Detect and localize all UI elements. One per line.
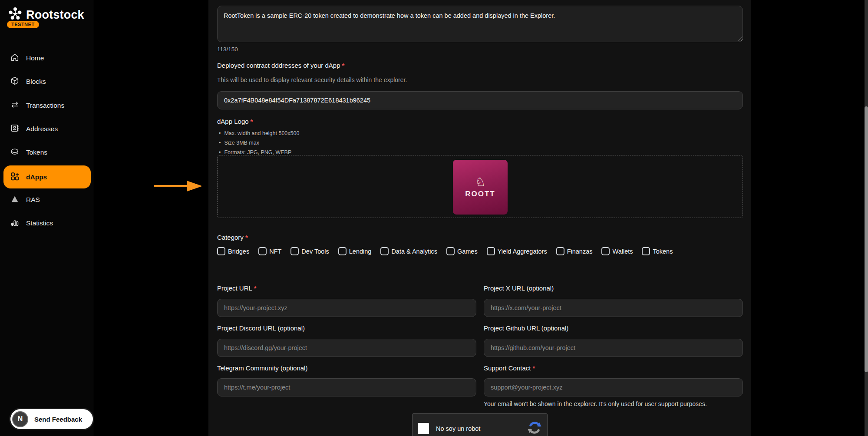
- sidebar-item-label: dApps: [26, 173, 47, 181]
- category-checkbox-group: Bridges NFT Dev Tools Lending Data & Ana…: [217, 247, 673, 255]
- project-discord-url-input[interactable]: [217, 339, 476, 357]
- scrollbar-track[interactable]: [865, 0, 868, 436]
- checkbox-label: Yield Aggregators: [498, 248, 547, 255]
- sidebar-item-ras[interactable]: RAS: [0, 193, 94, 206]
- checkbox[interactable]: [380, 247, 389, 255]
- contract-address-input[interactable]: [217, 91, 743, 109]
- sidebar-item-tokens[interactable]: Tokens: [0, 146, 94, 159]
- sidebar: Rootstock TESTNET Home Blocks Transactio…: [0, 0, 94, 436]
- sidebar-item-label: Blocks: [26, 78, 46, 86]
- sidebar-item-label: Tokens: [26, 149, 47, 156]
- category-option-yield-aggregators[interactable]: Yield Aggregators: [487, 247, 547, 255]
- checkbox-label: Wallets: [612, 248, 633, 255]
- category-option-lending[interactable]: Lending: [338, 247, 372, 255]
- testnet-badge: TESTNET: [7, 21, 39, 28]
- recaptcha-logo-icon: [527, 420, 542, 436]
- logo-preview-text: ROOTT: [465, 190, 495, 198]
- transactions-icon: [10, 100, 20, 111]
- logo-rule: Size 3MB max: [219, 138, 299, 148]
- project-x-url-label: Project X URL (optional): [484, 284, 554, 292]
- feedback-avatar: N: [12, 411, 28, 427]
- checkbox-label: Bridges: [228, 248, 249, 255]
- category-option-tokens[interactable]: Tokens: [642, 247, 673, 255]
- required-asterisk: *: [251, 118, 253, 125]
- sidebar-item-label: RAS: [26, 196, 40, 204]
- checkbox-label: Finanzas: [567, 248, 593, 255]
- project-url-label: Project URL*: [217, 284, 257, 292]
- home-icon: [10, 53, 20, 64]
- sidebar-item-dapps[interactable]: dApps: [3, 165, 91, 188]
- dapp-description-textarea[interactable]: RootToken is a sample ERC-20 token creat…: [217, 6, 743, 42]
- recaptcha-label: No soy un robot: [436, 425, 527, 432]
- checkbox-label: Dev Tools: [301, 248, 329, 255]
- project-github-url-input[interactable]: [484, 339, 743, 357]
- project-url-input[interactable]: [217, 299, 476, 317]
- feedback-label: Send Feedback: [34, 416, 82, 423]
- sidebar-item-label: Transactions: [26, 102, 64, 109]
- checkbox[interactable]: [556, 247, 564, 255]
- blocks-icon: [10, 76, 20, 87]
- brand-name: Rootstock: [26, 8, 84, 22]
- support-contact-note: Your email won't be shown in the explore…: [484, 400, 707, 407]
- checkbox[interactable]: [217, 247, 225, 255]
- contract-address-helper: This will be used to display relevant se…: [217, 76, 407, 83]
- checkbox-label: Data & Analytics: [391, 248, 437, 255]
- category-option-dev-tools[interactable]: Dev Tools: [290, 247, 329, 255]
- dapps-icon: [10, 172, 20, 183]
- logo-dropzone[interactable]: ♘ ROOTT: [217, 155, 743, 218]
- checkbox[interactable]: [446, 247, 455, 255]
- sidebar-item-label: Statistics: [26, 219, 53, 227]
- category-option-wallets[interactable]: Wallets: [601, 247, 633, 255]
- sidebar-item-addresses[interactable]: Addresses: [0, 122, 94, 135]
- project-github-url-label: Project Github URL (optional): [484, 324, 568, 332]
- project-discord-url-label: Project Discord URL (optional): [217, 324, 305, 332]
- send-feedback-button[interactable]: N Send Feedback: [10, 409, 93, 429]
- support-contact-input[interactable]: [484, 378, 743, 396]
- checkbox-label: Games: [457, 248, 478, 255]
- sidebar-item-blocks[interactable]: Blocks: [0, 75, 94, 88]
- category-option-nft[interactable]: NFT: [258, 247, 281, 255]
- dapp-submission-form: RootToken is a sample ERC-20 token creat…: [208, 0, 751, 436]
- recaptcha-checkbox[interactable]: [418, 423, 429, 434]
- category-option-finanzas[interactable]: Finanzas: [556, 247, 593, 255]
- telegram-community-label: Telegram Community (optional): [217, 364, 307, 372]
- category-option-data-analytics[interactable]: Data & Analytics: [380, 247, 437, 255]
- checkbox-label: NFT: [269, 248, 281, 255]
- support-contact-label: Support Contact*: [484, 364, 535, 372]
- category-option-games[interactable]: Games: [446, 247, 478, 255]
- annotation-arrow-icon: [153, 179, 204, 195]
- checkbox-label: Tokens: [653, 248, 673, 255]
- contract-address-label: Deployed contract dddresses of your dApp…: [217, 62, 344, 69]
- sidebar-item-label: Addresses: [26, 125, 58, 133]
- dapp-logo-label: dApp Logo*: [217, 118, 253, 125]
- checkbox[interactable]: [290, 247, 299, 255]
- logo-preview-tile: ♘ ROOTT: [453, 160, 508, 215]
- checkbox[interactable]: [487, 247, 495, 255]
- checkbox[interactable]: [642, 247, 650, 255]
- addresses-icon: [10, 123, 20, 135]
- checkbox[interactable]: [338, 247, 347, 255]
- required-asterisk: *: [532, 364, 535, 372]
- category-label: Category*: [217, 234, 248, 241]
- checkbox[interactable]: [258, 247, 267, 255]
- telegram-community-input[interactable]: [217, 378, 476, 396]
- scrollbar-thumb[interactable]: [865, 106, 868, 372]
- logo-rules-list: Max. width and height 500x500 Size 3MB m…: [219, 129, 299, 157]
- required-asterisk: *: [245, 234, 248, 241]
- project-x-url-input[interactable]: [484, 299, 743, 317]
- sidebar-item-transactions[interactable]: Transactions: [0, 99, 94, 112]
- sidebar-item-home[interactable]: Home: [0, 52, 94, 65]
- character-counter: 113/150: [217, 46, 238, 53]
- category-option-bridges[interactable]: Bridges: [217, 247, 249, 255]
- statistics-icon: [10, 218, 20, 229]
- checkbox[interactable]: [601, 247, 610, 255]
- recaptcha-widget: No soy un robot: [412, 413, 548, 436]
- required-asterisk: *: [254, 284, 257, 292]
- sidebar-item-statistics[interactable]: Statistics: [0, 217, 94, 230]
- checkbox-label: Lending: [349, 248, 372, 255]
- knight-icon: ♘: [475, 176, 485, 188]
- sidebar-item-label: Home: [26, 54, 44, 62]
- logo-rule: Max. width and height 500x500: [219, 129, 299, 138]
- tokens-icon: [10, 147, 20, 158]
- ras-icon: [10, 194, 20, 205]
